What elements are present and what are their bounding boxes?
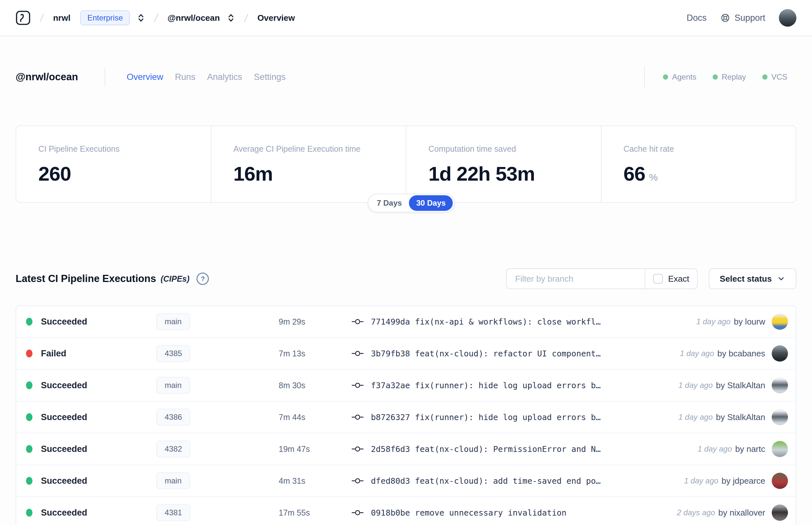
tab[interactable]: Settings: [254, 72, 286, 82]
branch-filter-group: Exact: [506, 268, 698, 289]
time-ago: 1 day ago: [696, 317, 731, 326]
row-meta: 1 day ago by bcabanes: [680, 345, 788, 362]
table-row[interactable]: Succeeded 4382 19m 47s 2d58f6d3 feat(nx-…: [16, 433, 796, 465]
service-status-dot-icon: [762, 74, 767, 79]
time-ago: 1 day ago: [678, 412, 713, 422]
status-label: Succeeded: [41, 476, 156, 486]
lifebuoy-icon: [720, 13, 731, 23]
service-status-item[interactable]: Replay: [713, 73, 746, 81]
workspace-switcher-icon[interactable]: [227, 13, 235, 23]
table-row[interactable]: Succeeded 4381 17m 55s 0918b0be remove u…: [16, 497, 796, 525]
stats-cards: CI Pipeline Executions 260 Average CI Pi…: [16, 125, 796, 203]
branch-badge: main: [156, 472, 190, 489]
exact-checkbox[interactable]: [653, 274, 663, 284]
header-divider: [105, 68, 105, 86]
stat-value-row: 66 %: [624, 162, 796, 185]
status-dot: [26, 477, 32, 485]
git-commit-icon: [351, 349, 364, 358]
commit-message: 2d58f6d3 feat(nx-cloud): PermissionError…: [371, 445, 600, 454]
author-avatar: [772, 314, 788, 330]
row-meta: 2 days ago by nixallover: [677, 505, 788, 521]
exact-match-toggle[interactable]: Exact: [645, 269, 697, 288]
commit-message: 3b79fb38 feat(nx-cloud): refactor UI com…: [371, 349, 600, 358]
duration-cell: 9m 29s: [279, 317, 343, 327]
service-status-item[interactable]: VCS: [762, 73, 787, 81]
commit-cell[interactable]: dfed80d3 feat(nx-cloud): add time-saved …: [343, 476, 600, 486]
branch-badge: main: [156, 377, 190, 394]
service-status-list: Agents Replay VCS: [644, 66, 796, 87]
author-label: by lourw: [734, 317, 765, 327]
stat-value-row: 16m: [233, 162, 406, 185]
tab[interactable]: Runs: [175, 72, 196, 82]
breadcrumb-separator: /: [154, 12, 159, 24]
commit-cell[interactable]: 2d58f6d3 feat(nx-cloud): PermissionError…: [343, 445, 600, 454]
commit-cell[interactable]: 0918b0be remove unnecessary invalidation: [343, 508, 566, 518]
time-ago: 1 day ago: [684, 476, 718, 485]
commit-cell[interactable]: 771499da fix(nx-api & workflows): close …: [343, 317, 600, 327]
tab[interactable]: Analytics: [207, 72, 242, 82]
status-label: Succeeded: [41, 508, 156, 518]
user-avatar[interactable]: [779, 9, 796, 27]
range-option-30-days[interactable]: 30 Days: [409, 195, 453, 211]
range-option-7-days[interactable]: 7 Days: [370, 198, 409, 208]
duration-cell: 17m 55s: [279, 508, 343, 518]
breadcrumb-separator: /: [243, 12, 248, 24]
branch-filter-input[interactable]: [507, 269, 645, 288]
git-commit-icon: [351, 445, 364, 453]
help-icon[interactable]: ?: [197, 273, 209, 285]
git-commit-icon: [351, 477, 364, 485]
status-dot: [26, 318, 32, 326]
commit-cell[interactable]: b8726327 fix(runner): hide log upload er…: [343, 412, 600, 422]
breadcrumb-org[interactable]: nrwl: [53, 13, 70, 23]
nx-cloud-logo-icon[interactable]: [16, 10, 31, 25]
cipe-section-header: Latest CI Pipeline Executions (CIPEs) ? …: [16, 267, 796, 290]
author-label: by StalkAltan: [716, 412, 765, 422]
row-meta: 1 day ago by jdpearce: [684, 473, 788, 489]
service-status-label: Replay: [722, 73, 746, 81]
git-commit-icon: [351, 413, 364, 421]
enterprise-badge[interactable]: Enterprise: [80, 10, 130, 25]
status-select-label: Select status: [720, 274, 772, 284]
service-status-item[interactable]: Agents: [663, 73, 696, 81]
time-ago: 1 day ago: [680, 349, 714, 358]
branch-badge: main: [156, 313, 190, 330]
row-meta: 1 day ago by StalkAltan: [678, 377, 788, 393]
workspace-tabs: OverviewRunsAnalyticsSettings: [127, 72, 286, 82]
tab[interactable]: Overview: [127, 72, 163, 82]
commit-message: b8726327 fix(runner): hide log upload er…: [371, 412, 600, 422]
stat-value-row: 260: [38, 162, 211, 185]
branch-cell: main: [156, 472, 279, 489]
stat-label: Cache hit rate: [624, 144, 796, 154]
status-select[interactable]: Select status: [709, 268, 796, 289]
commit-cell[interactable]: 3b79fb38 feat(nx-cloud): refactor UI com…: [343, 349, 600, 358]
commit-cell[interactable]: f37a32ae fix(runner): hide log upload er…: [343, 381, 600, 390]
status-dot: [26, 413, 32, 421]
stat-value: 16m: [233, 162, 273, 185]
table-row[interactable]: Succeeded main 4m 31s dfed80d3 feat(nx-c…: [16, 465, 796, 497]
git-commit-icon: [351, 317, 364, 326]
table-row[interactable]: Succeeded 4386 7m 44s b8726327 fix(runne…: [16, 402, 796, 433]
status-label: Succeeded: [41, 380, 156, 390]
stat-value: 1d 22h 53m: [428, 162, 535, 185]
duration-cell: 7m 44s: [279, 412, 343, 422]
table-row[interactable]: Failed 4385 7m 13s 3b79fb38 feat(nx-clou…: [16, 338, 796, 370]
time-ago: 1 day ago: [698, 445, 732, 453]
author-avatar: [772, 441, 788, 457]
org-switcher-icon[interactable]: [137, 13, 145, 23]
breadcrumb-separator: /: [39, 12, 45, 24]
author-avatar: [772, 473, 788, 489]
support-link[interactable]: Support: [720, 13, 765, 23]
commit-message: dfed80d3 feat(nx-cloud): add time-saved …: [371, 476, 600, 486]
branch-cell: 4385: [156, 345, 279, 362]
commit-message: 0918b0be remove unnecessary invalidation: [371, 508, 566, 518]
exact-label: Exact: [668, 274, 689, 284]
status-dot: [26, 381, 32, 389]
docs-link[interactable]: Docs: [687, 13, 707, 23]
table-row[interactable]: Succeeded main 9m 29s 771499da fix(nx-ap…: [16, 306, 796, 338]
service-status-label: VCS: [771, 73, 787, 81]
table-row[interactable]: Succeeded main 8m 30s f37a32ae fix(runne…: [16, 370, 796, 402]
status-dot: [26, 445, 32, 453]
status-label: Failed: [41, 349, 156, 359]
author-label: by nartc: [735, 444, 766, 454]
breadcrumb-workspace[interactable]: @nrwl/ocean: [168, 13, 220, 23]
